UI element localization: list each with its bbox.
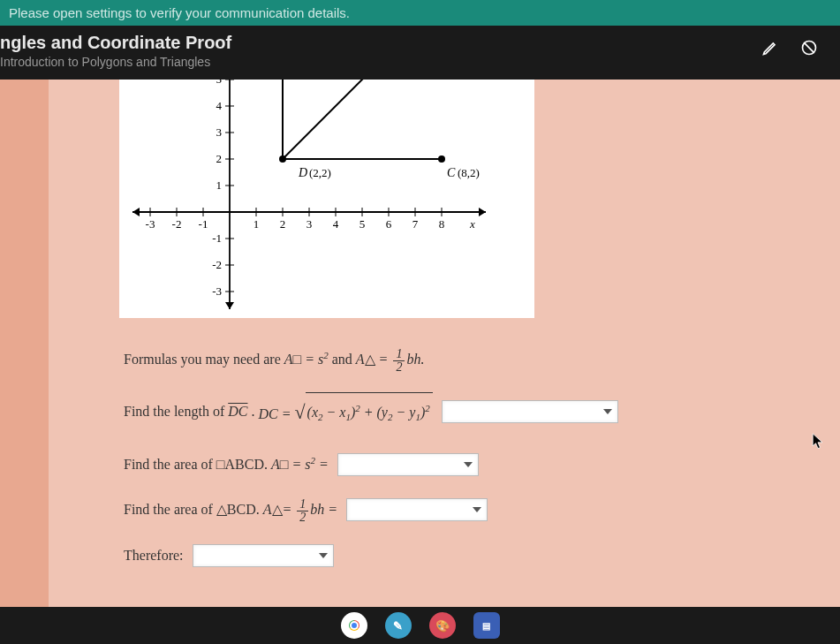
question-4: Therefore: xyxy=(124,537,805,574)
svg-text:5: 5 xyxy=(359,217,366,231)
taskbar: ✎ 🎨 ▤ xyxy=(0,607,840,644)
chevron-down-icon xyxy=(603,409,612,414)
svg-marker-4 xyxy=(132,208,140,216)
svg-text:-2: -2 xyxy=(212,258,222,271)
svg-text:C: C xyxy=(447,166,456,179)
page-subtitle: Introduction to Polygons and Triangles xyxy=(0,55,231,69)
docs-icon[interactable]: ▤ xyxy=(473,612,500,639)
svg-line-1 xyxy=(804,42,814,53)
svg-text:2: 2 xyxy=(216,152,223,165)
svg-text:3: 3 xyxy=(216,125,223,139)
answer-select-dc[interactable] xyxy=(442,400,618,423)
svg-marker-6 xyxy=(225,302,234,309)
chrome-icon[interactable] xyxy=(341,612,367,639)
q2-text: Find the area of □ABCD. xyxy=(124,446,268,483)
side-strip xyxy=(0,80,49,644)
main-content: -3-2-1 12345678 x 123456 -1-2-3 xyxy=(49,80,840,644)
svg-text:D: D xyxy=(298,166,307,179)
answer-select-square[interactable] xyxy=(337,453,479,476)
svg-text:-3: -3 xyxy=(212,284,222,298)
area-triangle-formula: A△= 12bh = xyxy=(263,491,337,528)
question-3: Find the area of △BCD. A△= 12bh = xyxy=(124,491,805,528)
svg-text:-3: -3 xyxy=(146,217,155,231)
answer-select-triangle[interactable] xyxy=(346,498,488,521)
edu-app-icon[interactable]: ✎ xyxy=(385,612,412,639)
svg-text:7: 7 xyxy=(412,217,419,231)
page-header: ngles and Coordinate Proof Introduction … xyxy=(0,26,840,80)
svg-text:6: 6 xyxy=(386,217,392,231)
block-icon[interactable] xyxy=(799,38,819,57)
svg-text:-2: -2 xyxy=(172,217,182,231)
q1-text-b: . xyxy=(251,393,254,430)
q3-text: Find the area of △BCD. xyxy=(124,491,260,528)
answer-select-therefore[interactable] xyxy=(193,544,334,567)
formula-triangle: A△ = 12bh. xyxy=(356,341,425,378)
page-title: ngles and Coordinate Proof xyxy=(0,33,231,53)
pen-icon[interactable] xyxy=(761,38,780,57)
cursor-icon xyxy=(812,433,824,451)
formulas-row: Formulas you may need are A□ = s2 and A△… xyxy=(124,341,805,378)
distance-formula: DC = √(x2 − x1)2 + (y2 − y1)2 xyxy=(258,387,432,437)
svg-line-50 xyxy=(283,80,442,159)
svg-text:(8,2): (8,2) xyxy=(458,166,480,179)
formulas-intro: Formulas you may need are xyxy=(124,341,281,378)
svg-text:(2,2): (2,2) xyxy=(309,166,331,179)
svg-text:5: 5 xyxy=(216,80,223,86)
svg-text:1: 1 xyxy=(254,217,260,231)
svg-text:8: 8 xyxy=(439,217,445,231)
svg-text:3: 3 xyxy=(306,217,313,231)
svg-text:1: 1 xyxy=(216,178,223,192)
banner-text: Please open settings to verify your comm… xyxy=(9,5,350,20)
q4-text: Therefore: xyxy=(124,537,184,574)
settings-banner[interactable]: Please open settings to verify your comm… xyxy=(0,0,840,26)
chevron-down-icon xyxy=(473,507,481,512)
formulas-mid: and xyxy=(332,341,352,378)
svg-point-52 xyxy=(438,155,445,163)
coordinate-graph: -3-2-1 12345678 x 123456 -1-2-3 xyxy=(119,80,534,318)
svg-marker-3 xyxy=(479,208,486,216)
svg-text:-1: -1 xyxy=(199,217,208,231)
svg-text:4: 4 xyxy=(333,217,339,231)
area-square-formula: A□ = s2 = xyxy=(271,446,329,483)
chevron-down-icon xyxy=(464,462,473,467)
svg-text:-1: -1 xyxy=(212,231,222,245)
segment-dc: DC xyxy=(228,393,247,430)
q1-text-a: Find the length of xyxy=(124,393,224,430)
question-2: Find the area of □ABCD. A□ = s2 = xyxy=(124,446,805,483)
question-1: Find the length of DC . DC = √(x2 − x1)2… xyxy=(124,387,805,437)
question-block: Formulas you may need are A□ = s2 and A△… xyxy=(84,341,805,574)
svg-text:x: x xyxy=(469,217,475,231)
content-area: -3-2-1 12345678 x 123456 -1-2-3 xyxy=(0,80,840,644)
svg-text:2: 2 xyxy=(280,217,286,231)
svg-point-51 xyxy=(279,155,286,163)
svg-text:4: 4 xyxy=(216,99,223,112)
formula-square: A□ = s2 xyxy=(284,341,329,378)
palette-icon[interactable]: 🎨 xyxy=(429,612,456,639)
chevron-down-icon xyxy=(319,553,328,558)
